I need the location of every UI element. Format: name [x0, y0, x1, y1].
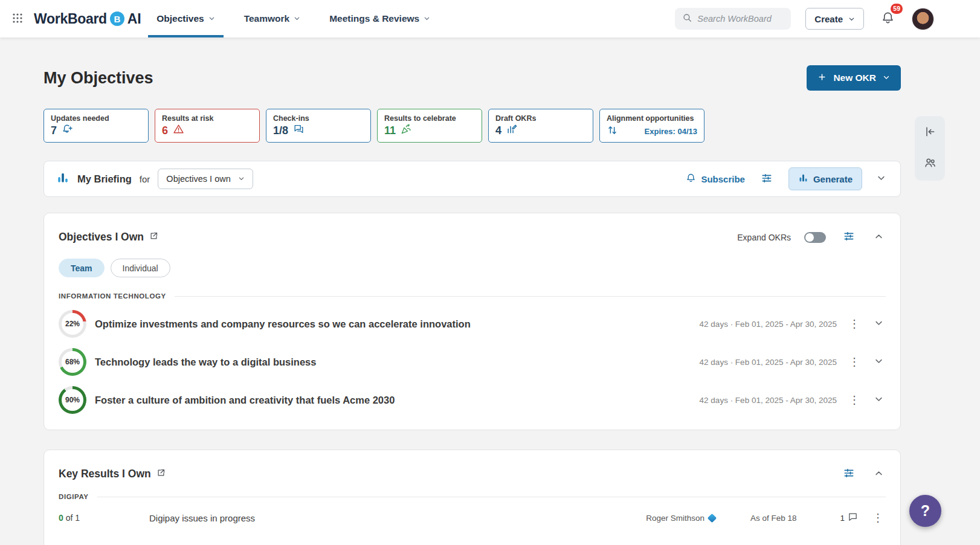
- tab-team[interactable]: Team: [59, 259, 105, 277]
- briefing-bars-icon: [56, 171, 69, 187]
- panel-filter-button[interactable]: [839, 463, 859, 485]
- chevron-down-icon: [238, 174, 245, 184]
- external-link-icon[interactable]: [156, 468, 166, 480]
- kebab-menu-icon[interactable]: ⋮: [846, 355, 862, 369]
- expand-okrs-toggle[interactable]: [804, 232, 826, 243]
- external-link-icon[interactable]: [149, 231, 158, 243]
- objectives-i-own-panel: Objectives I Own Expand OKRs Team Indivi…: [44, 213, 901, 430]
- card-draft-okrs[interactable]: Draft OKRs 4: [488, 109, 593, 143]
- chevron-up-icon: [874, 232, 883, 243]
- notification-badge: 59: [891, 4, 903, 14]
- key-results-i-own-panel: Key Results I Own DIGIPAY 0 of 1 Digipay…: [44, 450, 901, 545]
- help-button[interactable]: ?: [909, 495, 941, 527]
- briefing-actions: Subscribe Generate: [686, 167, 888, 190]
- chevron-down-icon: [208, 13, 215, 24]
- briefing-collapse-button[interactable]: [874, 171, 888, 187]
- kebab-menu-icon[interactable]: ⋮: [846, 393, 862, 407]
- subscribe-label: Subscribe: [701, 174, 745, 184]
- my-briefing-bar: My Briefing for Objectives I own Subscri…: [44, 161, 901, 197]
- progress-percent: 68%: [62, 351, 83, 373]
- expand-okrs-label: Expand OKRs: [737, 233, 791, 242]
- objective-meta: 42 days · Feb 01, 2025 - Apr 30, 2025: [700, 358, 837, 367]
- objective-title[interactable]: Foster a culture of ambition and creativ…: [95, 395, 395, 406]
- generate-button[interactable]: Generate: [788, 167, 862, 190]
- briefing-settings-button[interactable]: [757, 169, 776, 190]
- objective-title[interactable]: Optimize investments and company resourc…: [95, 318, 471, 330]
- page-header: My Objectives New OKR: [44, 65, 901, 91]
- warning-icon: [173, 123, 184, 138]
- bell-plus-icon: [62, 123, 73, 138]
- chevron-down-icon: [424, 13, 430, 24]
- section-divider: [97, 497, 886, 497]
- tune-icon: [843, 467, 855, 481]
- briefing-bars-icon: [798, 173, 808, 185]
- key-result-progress: 0 of 1: [59, 513, 149, 523]
- chevron-down-icon: [874, 318, 883, 329]
- card-results-at-risk[interactable]: Results at risk 6: [155, 109, 260, 143]
- card-label: Draft OKRs: [495, 114, 586, 123]
- app-grid-button[interactable]: [8, 9, 27, 29]
- objective-row: 68% Technology leads the way to a digita…: [59, 348, 886, 376]
- briefing-scope-dropdown[interactable]: Objectives I own: [158, 169, 253, 189]
- chevron-down-icon: [848, 14, 855, 24]
- search-box[interactable]: [675, 8, 791, 30]
- chevron-down-icon: [874, 395, 883, 405]
- tab-individual[interactable]: Individual: [111, 259, 170, 277]
- nav-teamwork-label: Teamwork: [244, 13, 290, 24]
- kebab-menu-icon[interactable]: ⋮: [870, 511, 886, 524]
- section-divider: [175, 296, 886, 297]
- progress-current: 0: [59, 513, 63, 523]
- objective-expand-button[interactable]: [872, 354, 886, 370]
- card-check-ins[interactable]: Check-ins 1/8: [266, 109, 371, 143]
- chevron-down-icon: [294, 13, 300, 24]
- card-alignment-opportunities[interactable]: Alignment opportunities Expires: 04/13: [599, 109, 704, 143]
- sort-arrows-icon: [607, 124, 618, 138]
- panel-collapse-button[interactable]: [872, 230, 886, 245]
- main-nav: Objectives Teamwork Meetings & Reviews: [156, 0, 430, 37]
- panel-controls: Expand OKRs: [737, 227, 886, 248]
- collapse-panel-button[interactable]: [921, 123, 938, 142]
- search-input[interactable]: [697, 14, 810, 24]
- user-avatar[interactable]: [912, 8, 934, 30]
- panel-filter-button[interactable]: [839, 227, 859, 248]
- panel-collapse-button[interactable]: [872, 466, 886, 482]
- comments-button[interactable]: 1: [840, 512, 858, 524]
- panel-title-text: Objectives I Own: [59, 231, 144, 243]
- objective-meta: 42 days · Feb 01, 2025 - Apr 30, 2025: [700, 396, 837, 405]
- key-result-owner[interactable]: Roger Smithson: [646, 514, 715, 523]
- panel-title: Key Results I Own: [59, 468, 166, 480]
- panel-header: Objectives I Own Expand OKRs: [59, 227, 886, 248]
- objective-expand-button[interactable]: [872, 316, 886, 332]
- search-icon: [682, 13, 692, 25]
- chevron-down-icon: [877, 173, 886, 184]
- subscribe-button[interactable]: Subscribe: [686, 173, 745, 185]
- plus-icon: [817, 73, 827, 84]
- people-panel-button[interactable]: [921, 154, 939, 173]
- nav-objectives[interactable]: Objectives: [156, 0, 214, 37]
- app-grid-icon: [12, 13, 23, 25]
- card-results-to-celebrate[interactable]: Results to celebrate 11: [377, 109, 482, 143]
- nav-meetings-reviews[interactable]: Meetings & Reviews: [329, 0, 430, 37]
- kebab-menu-icon[interactable]: ⋮: [846, 317, 862, 331]
- chart-edit-icon: [506, 123, 518, 138]
- nav-teamwork[interactable]: Teamwork: [244, 0, 301, 37]
- new-okr-label: New OKR: [833, 73, 876, 83]
- objective-title[interactable]: Technology leads the way to a digital bu…: [95, 356, 316, 368]
- main-content: My Objectives New OKR Updates needed 7 R…: [0, 65, 980, 545]
- chat-icon: [293, 123, 305, 138]
- card-label: Results at risk: [162, 114, 253, 123]
- progress-total: of 1: [66, 513, 80, 523]
- notifications-button[interactable]: 59: [878, 8, 897, 30]
- workboard-logo[interactable]: WorkBoard B AI: [34, 11, 141, 27]
- new-okr-button[interactable]: New OKR: [807, 65, 901, 91]
- key-result-title[interactable]: Digipay issues in progress: [149, 513, 255, 523]
- create-button[interactable]: Create: [805, 8, 864, 30]
- logo-mark-icon: B: [110, 11, 124, 26]
- card-label: Updates needed: [51, 114, 141, 123]
- progress-percent: 22%: [62, 313, 83, 335]
- card-value: 6: [162, 124, 168, 137]
- card-updates-needed[interactable]: Updates needed 7: [44, 109, 149, 143]
- objective-expand-button[interactable]: [872, 392, 886, 408]
- progress-ring: 68%: [59, 348, 86, 376]
- card-value: 11: [384, 124, 396, 137]
